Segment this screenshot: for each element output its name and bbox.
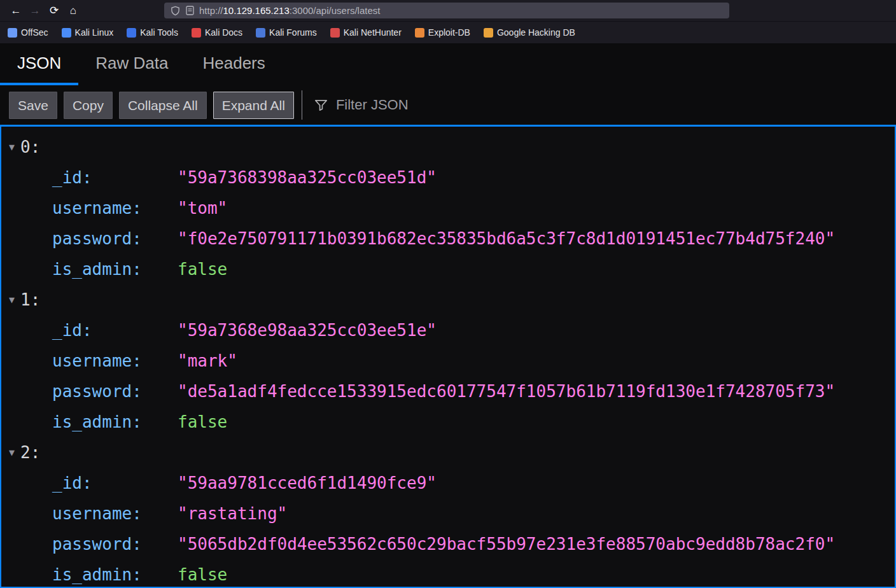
json-value: "59aa9781cced6f1d1490fce9"	[178, 473, 437, 493]
forward-icon[interactable]: →	[25, 0, 45, 21]
copy-button[interactable]: Copy	[64, 92, 113, 119]
bookmark-favicon	[127, 28, 136, 38]
bookmark-kali-forums[interactable]: Kali Forums	[256, 27, 317, 38]
bookmark-kali-docs[interactable]: Kali Docs	[192, 27, 242, 38]
json-value: "mark"	[178, 351, 237, 370]
url-protocol: http://	[199, 5, 223, 16]
url-path: :3000/api/users/latest	[290, 5, 381, 16]
json-key: password:	[52, 535, 178, 554]
toolbar-separator	[302, 90, 302, 120]
collapse-all-button[interactable]: Collapse All	[119, 92, 207, 119]
json-value: "59a7368398aa325cc03ee51d"	[178, 168, 437, 187]
bookmark-kali-linux[interactable]: Kali Linux	[62, 27, 114, 38]
json-field-row: is_admin:false	[1, 254, 895, 284]
bookmark-offsec[interactable]: OffSec	[8, 27, 48, 38]
json-value: "5065db2df0d4ee53562c650c29bacf55b97e231…	[178, 535, 835, 554]
json-field-row: password:"5065db2df0d4ee53562c650c29bacf…	[1, 529, 895, 559]
json-entry-index: 2:	[20, 443, 40, 462]
bookmark-label: Exploit-DB	[428, 27, 470, 38]
json-value: false	[178, 565, 227, 584]
json-tree: ▼0:_id:"59a7368398aa325cc03ee51d"usernam…	[0, 125, 896, 588]
shield-icon[interactable]	[170, 6, 180, 16]
collapse-twisty-icon[interactable]: ▼	[1, 294, 20, 305]
filter-funnel-icon	[314, 98, 328, 113]
json-key: _id:	[52, 321, 178, 340]
filter-json-input[interactable]	[335, 96, 538, 114]
bookmark-label: Kali Tools	[140, 27, 178, 38]
bookmark-kali-nethunter[interactable]: Kali NetHunter	[330, 27, 402, 38]
bookmark-label: Kali Forums	[269, 27, 317, 38]
json-entry-header: ▼1:	[1, 284, 895, 315]
json-entry-header: ▼0:	[1, 132, 895, 162]
json-entry-index: 1:	[20, 290, 40, 309]
bookmark-favicon	[62, 28, 71, 38]
json-field-row: password:"f0e2e750791171b0391b682ec35835…	[1, 223, 895, 254]
back-icon[interactable]: ←	[6, 0, 25, 21]
tab-headers[interactable]: Headers	[186, 43, 283, 85]
tab-raw-data[interactable]: Raw Data	[78, 43, 185, 85]
bookmark-favicon	[415, 28, 424, 38]
collapse-twisty-icon[interactable]: ▼	[1, 447, 20, 458]
json-key: is_admin:	[52, 412, 178, 431]
bookmark-label: Kali Linux	[75, 27, 114, 38]
reload-icon[interactable]: ⟳	[45, 0, 64, 21]
json-field-row: is_admin:false	[1, 559, 895, 588]
json-field-row: username:"mark"	[1, 346, 895, 376]
bookmark-favicon	[330, 28, 340, 38]
json-field-row: username:"rastating"	[1, 498, 895, 529]
json-field-row: _id:"59aa9781cced6f1d1490fce9"	[1, 468, 895, 498]
json-value: "rastating"	[178, 504, 287, 523]
url-bar[interactable]: http://10.129.165.213:3000/api/users/lat…	[164, 3, 729, 18]
json-value: "59a7368e98aa325cc03ee51e"	[178, 321, 437, 340]
url-host: 10.129.165.213	[223, 5, 290, 16]
bookmark-favicon	[256, 28, 265, 38]
json-value: false	[178, 260, 227, 279]
json-viewer-tabs: JSONRaw DataHeaders	[0, 43, 896, 85]
bookmark-label: Kali NetHunter	[344, 27, 402, 38]
json-key: username:	[52, 199, 178, 218]
json-entry-header: ▼2:	[1, 437, 895, 468]
home-icon[interactable]: ⌂	[64, 0, 83, 21]
bookmark-exploit-db[interactable]: Exploit-DB	[415, 27, 470, 38]
bookmark-google-hacking-db[interactable]: Google Hacking DB	[484, 27, 575, 38]
browser-toolbar: ← → ⟳ ⌂ http://10.129.165.213:3000/api/u…	[0, 0, 896, 21]
bookmark-favicon	[192, 28, 201, 38]
json-key: password:	[52, 382, 178, 401]
json-field-row: password:"de5a1adf4fedcce1533915edc60177…	[1, 376, 895, 407]
json-value: "de5a1adf4fedcce1533915edc60177547f1057b…	[178, 382, 835, 401]
json-value: "tom"	[178, 199, 227, 218]
bookmark-label: OffSec	[21, 27, 48, 38]
json-key: _id:	[52, 473, 178, 493]
json-key: is_admin:	[52, 260, 178, 279]
tab-json[interactable]: JSON	[0, 43, 78, 85]
json-key: password:	[52, 229, 178, 248]
json-key: is_admin:	[52, 565, 178, 584]
json-value: false	[178, 412, 227, 431]
json-field-row: _id:"59a7368e98aa325cc03ee51e"	[1, 315, 895, 346]
json-value: "f0e2e750791171b0391b682ec35835bd6a5c3f7…	[178, 229, 835, 248]
expand-all-button[interactable]: Expand All	[213, 92, 294, 119]
json-viewer-toolbar: SaveCopyCollapse AllExpand All	[0, 85, 896, 125]
json-field-row: _id:"59a7368398aa325cc03ee51d"	[1, 162, 895, 193]
save-button[interactable]: Save	[9, 92, 57, 119]
page-info-icon[interactable]	[185, 6, 195, 16]
bookmarks-bar: OffSecKali LinuxKali ToolsKali DocsKali …	[0, 21, 896, 43]
json-field-row: is_admin:false	[1, 407, 895, 437]
json-entry-index: 0:	[20, 137, 40, 157]
bookmark-kali-tools[interactable]: Kali Tools	[127, 27, 178, 38]
json-field-row: username:"tom"	[1, 193, 895, 223]
json-key: _id:	[52, 168, 178, 187]
json-key: username:	[52, 351, 178, 370]
url-text: http://10.129.165.213:3000/api/users/lat…	[199, 5, 380, 16]
bookmark-favicon	[484, 28, 493, 38]
toolbar-buttons: SaveCopyCollapse AllExpand All	[9, 92, 300, 119]
bookmark-favicon	[8, 28, 17, 38]
bookmark-label: Kali Docs	[205, 27, 242, 38]
bookmark-label: Google Hacking DB	[497, 27, 575, 38]
json-key: username:	[52, 504, 178, 523]
collapse-twisty-icon[interactable]: ▼	[1, 141, 20, 153]
